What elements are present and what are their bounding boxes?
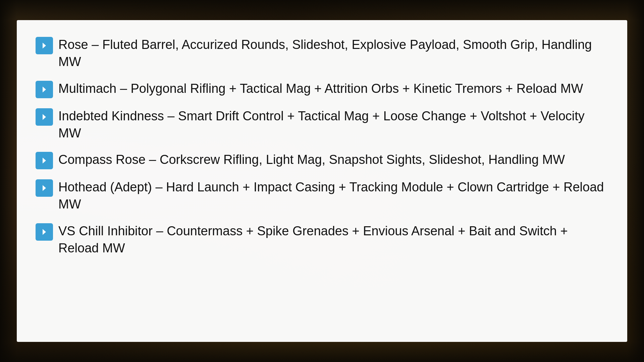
item-text-3: Indebted Kindness – Smart Drift Control … bbox=[58, 108, 608, 142]
arrow-icon-3 bbox=[36, 108, 53, 126]
bg-vignette-bottom bbox=[0, 342, 644, 362]
arrow-icon-4 bbox=[36, 152, 53, 169]
content-card: Rose – Fluted Barrel, Accurized Rounds, … bbox=[17, 20, 627, 342]
list-item: Compass Rose – Corkscrew Rifling, Light … bbox=[36, 151, 608, 169]
list-item: VS Chill Inhibitor – Countermass + Spike… bbox=[36, 223, 608, 257]
item-text-1: Rose – Fluted Barrel, Accurized Rounds, … bbox=[58, 36, 608, 71]
arrow-icon-5 bbox=[36, 179, 53, 197]
list-item: Multimach – Polygonal Rifling + Tactical… bbox=[36, 80, 608, 98]
item-text-5: Hothead (Adept) – Hard Launch + Impact C… bbox=[58, 179, 608, 213]
arrow-icon-6 bbox=[36, 223, 53, 241]
list-item: Indebted Kindness – Smart Drift Control … bbox=[36, 108, 608, 142]
item-text-4: Compass Rose – Corkscrew Rifling, Light … bbox=[58, 151, 608, 168]
bg-vignette-top bbox=[0, 0, 644, 20]
list-item: Hothead (Adept) – Hard Launch + Impact C… bbox=[36, 179, 608, 213]
bg-vignette-right bbox=[627, 0, 644, 362]
arrow-icon-2 bbox=[36, 81, 53, 98]
item-text-2: Multimach – Polygonal Rifling + Tactical… bbox=[58, 80, 608, 97]
item-text-6: VS Chill Inhibitor – Countermass + Spike… bbox=[58, 223, 608, 257]
arrow-icon-1 bbox=[36, 37, 53, 54]
bg-vignette-left bbox=[0, 0, 17, 362]
list-item: Rose – Fluted Barrel, Accurized Rounds, … bbox=[36, 36, 608, 71]
